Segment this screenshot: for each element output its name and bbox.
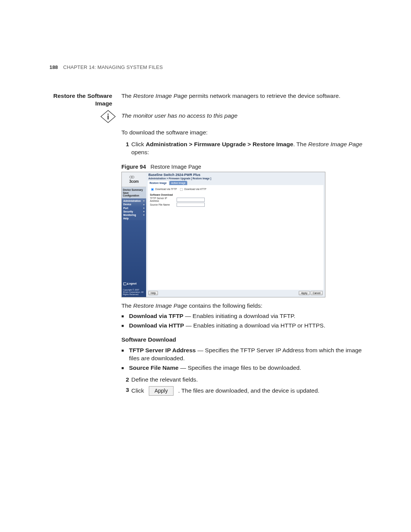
svg-rect-2 bbox=[108, 116, 109, 120]
step-number: 3 bbox=[121, 386, 129, 396]
note-row: The monitor user has no access to this p… bbox=[100, 110, 363, 123]
square-bullet-icon: ■ bbox=[121, 364, 129, 372]
fb-input-source-file[interactable] bbox=[177, 203, 205, 207]
fb-tab-restore-image[interactable]: Restore Image bbox=[148, 181, 169, 185]
bullet-download-http: ■Download via HTTP — Enables initiating … bbox=[121, 322, 363, 330]
square-bullet-icon: ■ bbox=[121, 347, 129, 363]
software-download-subhead: Software Download bbox=[121, 336, 363, 344]
chevron-right-icon: ▸ bbox=[143, 200, 145, 202]
body-column: The Restore Image Page permits network m… bbox=[121, 92, 363, 398]
fb-input-tftp-ip[interactable] bbox=[177, 198, 205, 202]
fb-product-title: Baseline Switch 2924-PWR Plus bbox=[146, 172, 325, 177]
fb-menu-administration[interactable]: Administration▸ bbox=[123, 199, 145, 203]
square-bullet-icon: ■ bbox=[121, 312, 129, 320]
bullet-download-tftp: ■Download via TFTP — Enables initiating … bbox=[121, 312, 363, 320]
main-columns: Restore the Software Image The Restore I… bbox=[49, 92, 363, 398]
contains-fields-line: The Restore Image Page contains the foll… bbox=[121, 302, 363, 310]
inline-apply-button[interactable]: Apply bbox=[149, 386, 174, 396]
fb-menu-security[interactable]: Security▸ bbox=[123, 210, 145, 213]
document-page: 188 CHAPTER 14: MANAGING SYSTEM FILES Re… bbox=[0, 0, 411, 532]
fb-radio-http[interactable]: Download via HTTP bbox=[179, 188, 206, 190]
fb-menu-device[interactable]: Device▸ bbox=[123, 203, 145, 206]
fb-tabs: Restore Image Active Image bbox=[146, 181, 325, 185]
step-1: 1 Click Administration > Firmware Upgrad… bbox=[121, 141, 363, 157]
step-list-continued: 2 Define the relevant fields. 3 Click Ap… bbox=[121, 376, 363, 396]
section-heading: Restore the Software Image bbox=[49, 92, 112, 108]
bullet-source-file: ■Source File Name — Specifies the image … bbox=[121, 364, 363, 372]
fb-menu-help[interactable]: Help bbox=[123, 217, 145, 220]
fb-footer: Help Apply Cancel bbox=[146, 290, 325, 297]
chevron-right-icon: ▸ bbox=[143, 214, 145, 216]
fb-field-tftp-ip: TFTP Server IP Address bbox=[150, 197, 321, 202]
note-text: The monitor user has no access to this p… bbox=[121, 110, 237, 120]
fb-menu-port[interactable]: Port▸ bbox=[123, 206, 145, 210]
step-list: 1 Click Administration > Firmware Upgrad… bbox=[121, 141, 363, 157]
fb-copyright: Copyright © 2007 3Com Corporation. All R… bbox=[122, 288, 146, 297]
fb-sidebar: 3com Device Summary Save Configuration A… bbox=[122, 172, 146, 297]
chevron-right-icon: ▸ bbox=[143, 203, 145, 206]
fb-side-top: Device Summary Save Configuration bbox=[122, 187, 146, 198]
fb-main: Baseline Switch 2924-PWR Plus Administra… bbox=[146, 172, 325, 297]
fb-apply-button[interactable]: Apply bbox=[299, 291, 309, 295]
logout-icon bbox=[123, 283, 126, 285]
square-bullet-icon: ■ bbox=[121, 322, 129, 330]
bullet-tftp-ip: ■TFTP Server IP Address — Specifies the … bbox=[121, 347, 363, 363]
after-figure-text: The Restore Image Page contains the foll… bbox=[121, 302, 363, 396]
fb-radio-http-input[interactable] bbox=[180, 188, 183, 191]
fb-breadcrumb: Administration > Firmware Upgrade [ Rest… bbox=[146, 177, 325, 181]
fb-radio-row: Download via TFTP Download via HTTP bbox=[150, 187, 321, 192]
to-download-label: To download the software image: bbox=[121, 129, 363, 137]
figure-caption: Figure 94 Restore Image Page bbox=[121, 163, 363, 171]
fb-device-summary-link[interactable]: Device Summary bbox=[123, 189, 145, 191]
field-bullets-1: ■Download via TFTP — Enables initiating … bbox=[121, 312, 363, 330]
chapter-label: CHAPTER 14: MANAGING SYSTEM FILES bbox=[63, 64, 163, 70]
svg-point-4 bbox=[131, 176, 134, 178]
fb-panel: Download via TFTP Download via HTTP Soft… bbox=[148, 185, 323, 290]
fb-radio-tftp[interactable]: Download via TFTP bbox=[150, 188, 177, 190]
fb-menu: Administration▸ Device▸ Port▸ Security▸ … bbox=[122, 198, 146, 221]
page-header: 188 CHAPTER 14: MANAGING SYSTEM FILES bbox=[49, 64, 363, 71]
step-number: 2 bbox=[121, 376, 129, 384]
figure-screenshot: 3com Device Summary Save Configuration A… bbox=[121, 172, 325, 297]
fb-software-download-label: Software Download bbox=[150, 193, 321, 196]
fb-label-tftp-ip: TFTP Server IP Address bbox=[150, 197, 177, 202]
intro-paragraph: The Restore Image Page permits network m… bbox=[121, 92, 363, 100]
fb-menu-monitoring[interactable]: Monitoring▸ bbox=[123, 213, 145, 217]
fb-help-button[interactable]: Help bbox=[148, 291, 158, 295]
info-diamond-icon bbox=[100, 110, 116, 123]
step-3: 3 Click Apply . The files are downloaded… bbox=[121, 386, 363, 396]
fb-tab-active-image[interactable]: Active Image bbox=[169, 181, 188, 185]
fb-field-source-file: Source File Name bbox=[150, 203, 321, 207]
chevron-right-icon: ▸ bbox=[143, 210, 145, 213]
step-number: 1 bbox=[121, 141, 129, 157]
chevron-right-icon: ▸ bbox=[143, 207, 145, 209]
fb-save-config-link[interactable]: Save Configuration bbox=[123, 192, 145, 197]
fb-logout-button[interactable]: Logout bbox=[122, 280, 146, 288]
fb-label-source-file: Source File Name bbox=[150, 203, 177, 206]
fb-radio-tftp-input[interactable] bbox=[151, 188, 154, 191]
page-number: 188 bbox=[49, 64, 58, 70]
step-2: 2 Define the relevant fields. bbox=[121, 376, 363, 384]
fb-logo: 3com bbox=[122, 172, 146, 187]
svg-point-1 bbox=[107, 114, 108, 115]
field-bullets-2: ■TFTP Server IP Address — Specifies the … bbox=[121, 347, 363, 372]
fb-cancel-button[interactable]: Cancel bbox=[311, 291, 323, 295]
left-margin-column: Restore the Software Image bbox=[49, 92, 112, 398]
